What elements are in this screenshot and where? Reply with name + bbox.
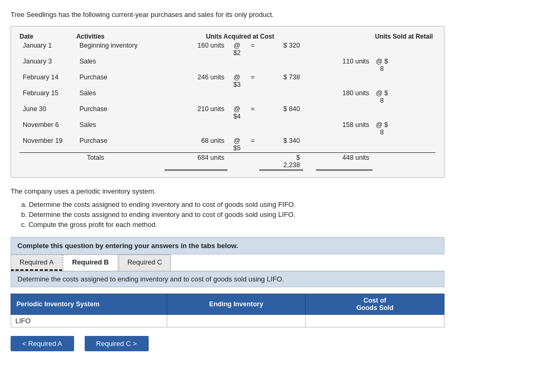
totals-eq-empty <box>247 153 259 170</box>
inv-row-4: June 30 Purchase 210 units @ $4 = $ 840 <box>20 105 435 121</box>
totals-cost: $ 2,238 <box>259 153 303 170</box>
inv-units-sold <box>316 105 373 121</box>
inv-retail <box>392 41 435 57</box>
inv-units-acq <box>165 89 228 105</box>
inv-units-sold <box>316 73 373 89</box>
inv-units-sold: 180 units <box>316 89 373 105</box>
lifo-ending-inventory[interactable] <box>167 315 305 327</box>
answer-table: Periodic Inventory System Ending Invento… <box>11 294 444 327</box>
inv-spacer <box>303 136 316 153</box>
inv-eq: = <box>247 105 259 121</box>
inv-eq: = <box>247 136 259 153</box>
inv-retail <box>392 89 435 105</box>
inv-eq <box>247 89 259 105</box>
inv-at <box>228 57 247 73</box>
totals-units-sold: 448 units <box>316 153 373 170</box>
col-header-activities: Activities <box>76 33 165 41</box>
inv-at: @ $2 <box>228 41 247 57</box>
inv-date: January 3 <box>20 57 76 73</box>
inv-eq <box>247 57 259 73</box>
col-header-date: Date <box>20 33 76 41</box>
inv-activity: Purchase <box>76 105 165 121</box>
tabs-row: Required ARequired BRequired C <box>11 254 444 271</box>
tab-required-a[interactable]: Required A <box>11 254 62 271</box>
inv-units-sold: 158 units <box>316 121 373 136</box>
totals-spacer <box>303 153 316 170</box>
inv-cost: $ 738 <box>259 73 303 89</box>
inv-row-1: January 3 Sales 110 units @ $ 8 <box>20 57 435 73</box>
inv-at: @ $3 <box>228 73 247 89</box>
inv-eq: = <box>247 41 259 57</box>
inv-row-3: February 15 Sales 180 units @ $ 8 <box>20 89 435 105</box>
col-header-units-sold: Units Sold at Retail <box>373 33 435 41</box>
next-button[interactable]: Required C > <box>85 336 149 351</box>
totals-at-empty <box>228 153 247 170</box>
inv-at <box>228 121 247 136</box>
inv-eq: = <box>247 73 259 89</box>
inv-units-acq: 68 units <box>165 136 228 153</box>
inv-cost: $ 320 <box>259 41 303 57</box>
inv-date: February 14 <box>20 73 76 89</box>
inv-spacer <box>303 57 316 73</box>
col-header-units-acquired: Units Acquired at Cost <box>165 33 316 41</box>
inv-row-6: November 19 Purchase 68 units @ $5 = $ 3… <box>20 136 435 153</box>
inv-date: November 6 <box>20 121 76 136</box>
inv-at-retail: @ $ 8 <box>373 89 392 105</box>
inv-units-acq <box>165 121 228 136</box>
inventory-table: Date Activities Units Acquired at Cost U… <box>20 33 435 171</box>
answer-row-lifo: LIFO <box>11 315 444 327</box>
tab-required-c[interactable]: Required C <box>119 254 171 271</box>
inv-activity: Sales <box>76 89 165 105</box>
tab-required-b[interactable]: Required B <box>63 254 117 271</box>
totals-label: Totals <box>76 153 165 170</box>
inv-totals-row: Totals 684 units $ 2,238 448 units <box>20 153 435 170</box>
inv-row-5: November 6 Sales 158 units @ $ 8 <box>20 121 435 136</box>
lifo-cost-goods-sold-input[interactable] <box>310 317 440 325</box>
inv-units-sold: 110 units <box>316 57 373 73</box>
inv-cost <box>259 57 303 73</box>
inv-date: November 19 <box>20 136 76 153</box>
answer-col1-header: Periodic Inventory System <box>11 294 167 315</box>
instruction-b: b. Determine the costs assigned to endin… <box>21 211 543 218</box>
inventory-table-wrapper: Date Activities Units Acquired at Cost U… <box>11 26 444 178</box>
inv-at-retail: @ $ 8 <box>373 121 392 136</box>
inv-retail <box>392 57 435 73</box>
inv-units-acq: 160 units <box>165 41 228 57</box>
inv-spacer <box>303 73 316 89</box>
nav-buttons: < Required A Required C > <box>11 336 543 351</box>
inv-spacer <box>303 89 316 105</box>
inv-at <box>228 89 247 105</box>
totals-retail-empty <box>392 153 435 170</box>
inv-cost <box>259 89 303 105</box>
inv-date: February 15 <box>20 89 76 105</box>
inv-eq <box>247 121 259 136</box>
inv-activity: Beginning inventory <box>76 41 165 57</box>
inv-activity: Sales <box>76 57 165 73</box>
inv-at: @ $5 <box>228 136 247 153</box>
lifo-label: LIFO <box>11 315 167 327</box>
answer-col3-header: Cost of Goods Sold <box>305 294 444 315</box>
inv-row-0: January 1 Beginning inventory 160 units … <box>20 41 435 57</box>
inv-cost: $ 840 <box>259 105 303 121</box>
prev-button[interactable]: < Required A <box>11 336 74 351</box>
inv-spacer <box>303 41 316 57</box>
inv-at-retail <box>373 73 392 89</box>
inv-activity: Purchase <box>76 73 165 89</box>
inv-retail <box>392 105 435 121</box>
inv-cost: $ 340 <box>259 136 303 153</box>
inv-date: January 1 <box>20 41 76 57</box>
inv-at-retail: @ $ 8 <box>373 57 392 73</box>
inv-spacer <box>303 121 316 136</box>
col-spacer <box>316 33 373 41</box>
periodic-system-text: The company uses a periodic inventory sy… <box>11 187 543 195</box>
inv-at-retail <box>373 105 392 121</box>
inv-units-sold <box>316 41 373 57</box>
instruction-a: a. Determine the costs assigned to endin… <box>21 200 543 208</box>
inv-units-acq: 210 units <box>165 105 228 121</box>
totals-label-empty <box>20 153 76 170</box>
inv-activity: Sales <box>76 121 165 136</box>
intro-text: Tree Seedlings has the following current… <box>11 11 543 19</box>
lifo-cost-goods-sold[interactable] <box>305 315 444 327</box>
inv-cost <box>259 121 303 136</box>
lifo-ending-inventory-input[interactable] <box>171 317 301 325</box>
